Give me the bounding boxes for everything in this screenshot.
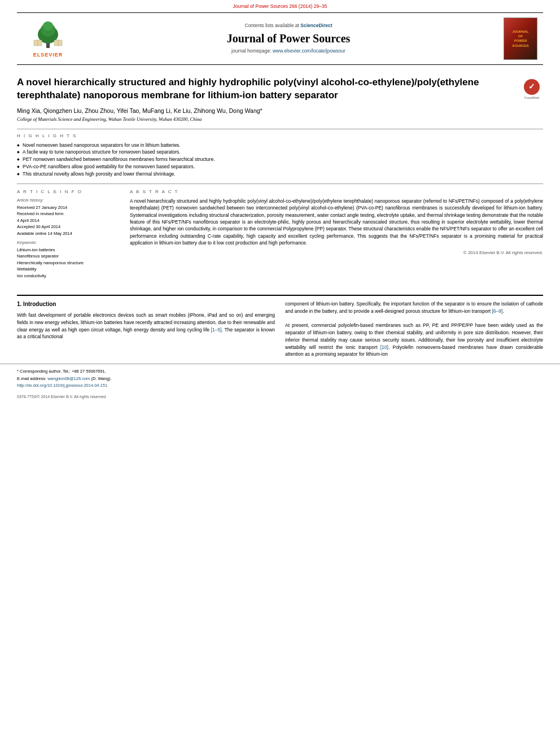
highlights-list: Novel nonwoven based nanoporous separato… [17, 142, 543, 178]
elsevier-logo-area: ELSEVIER [17, 18, 79, 60]
sciencedirect-line: Contents lists available at ScienceDirec… [245, 23, 333, 29]
keywords-section: Keywords: Lithium-ion batteries Nanofibr… [17, 240, 121, 279]
corresponding-author: * Corresponding author. Tel.: +86 27 593… [17, 369, 543, 375]
page: Journal of Power Sources 266 (2014) 29–3… [0, 0, 560, 747]
ref-1-5[interactable]: [1–5] [211, 327, 222, 333]
email-suffix: (D. Wang). [90, 376, 111, 381]
footnote-area: * Corresponding author. Tel.: +86 27 593… [0, 364, 560, 392]
abstract-label: A B S T R A C T [130, 189, 543, 195]
divider-1 [17, 129, 543, 129]
highlights-label: H I G H L I G H T S [17, 133, 543, 139]
article-title: A novel hierarchically structured and hi… [17, 76, 515, 102]
article-history-title: Article history: [17, 198, 121, 204]
email-line: E-mail address: wangdon08@126.com (D. Wa… [17, 376, 543, 382]
received-date: Received 27 January 2014 [17, 205, 121, 211]
introduction-text-left: With fast development of portable electr… [17, 312, 275, 340]
homepage-url[interactable]: www.elsevier.com/locate/jpowsour [273, 48, 345, 54]
abstract-text: A novel hierarchically structured and hi… [130, 198, 543, 246]
keyword-4: Wettability [17, 267, 121, 273]
svg-point-4 [43, 21, 53, 30]
cover-text: JOURNALOFPOWERSOURCES [512, 29, 529, 49]
header-section: ELSEVIER Contents lists available at Sci… [17, 12, 543, 65]
crossmark-badge: ✓ CrossMark [520, 79, 543, 101]
crossmark-symbol: ✓ [528, 81, 535, 93]
abstract-section: A B S T R A C T A novel hierarchically s… [130, 189, 543, 256]
article-info-column: A R T I C L E I N F O Article history: R… [17, 189, 121, 285]
keyword-2: Nanofibrous separator [17, 254, 121, 260]
journal-homepage-line: journal homepage: www.elsevier.com/locat… [231, 48, 345, 55]
article-info-label: A R T I C L E I N F O [17, 189, 121, 195]
available-online: Available online 14 May 2014 [17, 231, 121, 237]
copyright-line: © 2014 Elsevier B.V. All rights reserved… [130, 250, 543, 256]
keyword-5: Ion conductivity [17, 273, 121, 279]
highlight-item: Novel nonwoven based nanoporous separato… [17, 142, 543, 149]
elsevier-logo: ELSEVIER [28, 19, 68, 59]
revised-date: 4 April 2014 [17, 218, 121, 224]
keyword-1: Lithium-ion batteries [17, 247, 121, 254]
authors: Ming Xia, Qiongzhen Liu, Zhou Zhou, Yife… [17, 107, 543, 115]
thick-divider [17, 295, 543, 296]
body-right-col: component of lithium-ion battery. Specif… [285, 300, 543, 358]
sciencedirect-prefix: Contents lists available at [245, 23, 301, 28]
highlight-item: A facile way to tune nanoporous structur… [17, 149, 543, 156]
affiliation: College of Materials Science and Enginee… [17, 116, 543, 123]
article-info-section: A R T I C L E I N F O Article history: R… [17, 189, 121, 279]
doi-line: http://dx.doi.org/10.1016/j.jpowsour.201… [17, 383, 543, 389]
sciencedirect-link[interactable]: ScienceDirect [300, 23, 332, 28]
journal-name-header: Journal of Power Sources [227, 30, 351, 46]
elsevier-label: ELSEVIER [33, 51, 63, 59]
keywords-title: Keywords: [17, 240, 121, 246]
doi-link[interactable]: http://dx.doi.org/10.1016/j.jpowsour.201… [17, 383, 107, 388]
body-columns: 1. Introduction With fast development of… [0, 300, 560, 358]
accepted-date: Accepted 30 April 2014 [17, 224, 121, 230]
ref-6-9[interactable]: [6–9] [492, 308, 503, 314]
article-title-section: A novel hierarchically structured and hi… [17, 76, 543, 102]
header-center: Contents lists available at ScienceDirec… [79, 18, 498, 60]
footer-line: 0378-7753/© 2014 Elsevier B.V. All right… [0, 392, 560, 401]
highlights-section: H I G H L I G H T S Novel nonwoven based… [17, 133, 543, 178]
main-content: A novel hierarchically structured and hi… [0, 65, 560, 290]
highlight-item: PVA-co-PE nanofibers allow good wettabil… [17, 164, 543, 171]
divider-2 [17, 184, 543, 184]
crossmark-icon: ✓ [524, 79, 540, 95]
email-prefix: E-mail address: [17, 376, 47, 381]
email-link[interactable]: wangdon08@126.com [47, 376, 90, 381]
header-right: JOURNALOFPOWERSOURCES [498, 18, 543, 60]
crossmark-label: CrossMark [524, 96, 540, 101]
introduction-text-right: component of lithium-ion battery. Specif… [285, 300, 543, 358]
elsevier-tree-icon [28, 19, 68, 50]
highlight-item: This structural novelty allows high poro… [17, 171, 543, 178]
journal-top-line: Journal of Power Sources 266 (2014) 29–3… [0, 0, 560, 12]
highlight-item: PET nonwoven sandwiched between nanofibr… [17, 156, 543, 163]
received-revised-label: Received in revised form [17, 211, 121, 217]
keyword-3: Hierarchically nanoporous structure [17, 260, 121, 267]
abstract-column: A B S T R A C T A novel hierarchically s… [130, 189, 543, 285]
body-left-col: 1. Introduction With fast development of… [17, 300, 275, 358]
ref-10[interactable]: [10] [380, 344, 388, 350]
article-info-abstract-columns: A R T I C L E I N F O Article history: R… [17, 189, 543, 285]
introduction-heading: 1. Introduction [17, 300, 275, 308]
homepage-prefix: journal homepage: [231, 48, 273, 54]
journal-cover-image: JOURNALOFPOWERSOURCES [504, 18, 537, 60]
journal-citation: Journal of Power Sources 266 (2014) 29–3… [233, 3, 327, 9]
